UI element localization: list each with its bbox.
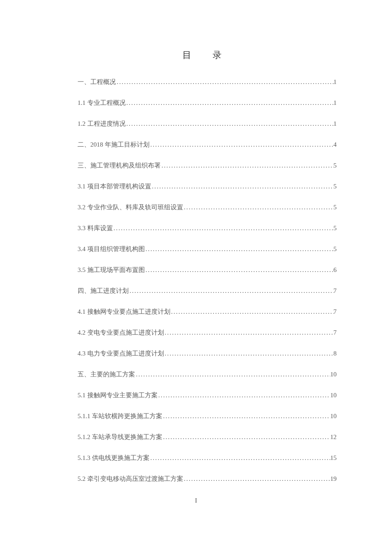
toc-entry[interactable]: 二、2018 年施工目标计划 .........................…	[78, 141, 337, 149]
toc-entry-label: 5.1.3 供电线更换施工方案	[78, 454, 150, 462]
toc-entry-leader: ........................................…	[135, 371, 330, 378]
toc-entry-leader: ........................................…	[162, 434, 330, 441]
toc-entry[interactable]: 4.1 接触网专业要点施工进度计划 ......................…	[78, 308, 337, 316]
toc-entry[interactable]: 3.4 项目组织管理机构图 ..........................…	[78, 245, 337, 253]
toc-entry-label: 三、施工管理机构及组织布署	[78, 162, 161, 170]
toc-entry[interactable]: 5.1.1 车站软横跨更换施工方案 ......................…	[78, 412, 337, 420]
toc-entry-leader: ........................................…	[183, 204, 334, 211]
toc-entry-label: 4.2 变电专业要点施工进度计划	[78, 329, 164, 337]
toc-entry-leader: ........................................…	[162, 413, 330, 420]
toc-entry-page: 10	[330, 392, 337, 399]
toc-entry[interactable]: 5.1.2 车站承导线更换施工方案 ......................…	[78, 433, 337, 441]
toc-entry[interactable]: 3.1 项目本部管理机构设置 .........................…	[78, 182, 337, 191]
toc-entry-leader: ........................................…	[151, 183, 334, 190]
toc-entry-leader: ........................................…	[129, 287, 334, 295]
toc-entry-label: 五、主要的施工方案	[78, 370, 135, 379]
toc-entry-leader: ........................................…	[145, 246, 334, 253]
toc-entry-label: 二、2018 年施工目标计划	[78, 141, 150, 149]
toc-entry-label: 一、工程概况	[78, 78, 116, 86]
toc-entry-page: 7	[334, 308, 337, 315]
toc-entry-leader: ........................................…	[170, 308, 334, 315]
toc-list: 一、工程概况 .................................…	[78, 78, 337, 483]
toc-entry[interactable]: 五、主要的施工方案 ..............................…	[78, 370, 337, 379]
toc-entry-leader: ........................................…	[150, 454, 330, 462]
toc-entry[interactable]: 1.2 工程进度情况 .............................…	[78, 120, 337, 128]
toc-entry-page: 5	[334, 183, 337, 190]
toc-entry-leader: ........................................…	[126, 120, 334, 127]
toc-entry-label: 1.1 专业工程概况	[78, 99, 126, 107]
toc-entry-leader: ........................................…	[113, 225, 334, 232]
toc-entry-page: 4	[334, 141, 337, 148]
toc-entry-leader: ........................................…	[116, 78, 334, 86]
toc-entry[interactable]: 三、施工管理机构及组织布署 ..........................…	[78, 162, 337, 170]
toc-entry[interactable]: 5.2 牵引变电移动高压室过渡施工方案 ....................…	[78, 475, 337, 483]
toc-entry-label: 5.1.1 车站软横跨更换施工方案	[78, 412, 162, 420]
toc-entry-page: 8	[334, 350, 337, 357]
toc-entry-page: 5	[334, 162, 337, 169]
toc-entry-page: 19	[330, 475, 337, 483]
toc-entry-label: 3.1 项目本部管理机构设置	[78, 182, 151, 191]
toc-entry-page: 5	[334, 204, 337, 211]
toc-entry-page: 5	[334, 225, 337, 232]
toc-title: 目录	[78, 49, 337, 61]
toc-entry-page: 10	[330, 413, 337, 420]
toc-entry[interactable]: 5.1.3 供电线更换施工方案 ........................…	[78, 454, 337, 462]
toc-entry[interactable]: 3.3 料库设置 ...............................…	[78, 224, 337, 232]
toc-entry-leader: ........................................…	[161, 162, 334, 169]
toc-entry-page: 7	[334, 287, 337, 295]
toc-entry[interactable]: 1.1 专业工程概况 .............................…	[78, 99, 337, 107]
toc-entry-page: 10	[330, 371, 337, 378]
toc-entry-page: 12	[330, 434, 337, 441]
page-number: I	[195, 497, 197, 504]
toc-entry-label: 3.4 项目组织管理机构图	[78, 245, 145, 253]
toc-entry-label: 1.2 工程进度情况	[78, 120, 126, 128]
toc-entry-label: 3.3 料库设置	[78, 224, 113, 232]
toc-entry[interactable]: 4.2 变电专业要点施工进度计划 .......................…	[78, 329, 337, 337]
toc-entry-page: 15	[330, 454, 337, 462]
toc-entry-label: 5.1.2 车站承导线更换施工方案	[78, 433, 162, 441]
toc-entry-label: 5.2 牵引变电移动高压室过渡施工方案	[78, 475, 183, 483]
toc-entry[interactable]: 一、工程概况 .................................…	[78, 78, 337, 86]
toc-entry[interactable]: 5.1 接触网专业主要施工方案 ........................…	[78, 391, 337, 399]
toc-entry-label: 4.3 电力专业要点施工进度计划	[78, 350, 164, 358]
toc-entry-label: 5.1 接触网专业主要施工方案	[78, 391, 158, 399]
toc-entry-leader: ........................................…	[183, 475, 331, 483]
toc-entry-leader: ........................................…	[150, 141, 334, 148]
toc-entry-leader: ........................................…	[164, 350, 334, 357]
toc-entry-page: 1	[334, 78, 337, 86]
toc-entry-leader: ........................................…	[145, 266, 334, 274]
toc-entry-page: 5	[334, 246, 337, 253]
toc-entry[interactable]: 4.3 电力专业要点施工进度计划 .......................…	[78, 350, 337, 358]
toc-entry-page: 1	[334, 120, 337, 127]
document-page: 目录 一、工程概况 ..............................…	[0, 0, 392, 483]
toc-entry-leader: ........................................…	[126, 99, 334, 107]
toc-entry-page: 7	[334, 329, 337, 336]
toc-entry-page: 1	[334, 99, 337, 107]
toc-entry-label: 3.5 施工现场平面布置图	[78, 266, 145, 274]
toc-entry[interactable]: 四、施工进度计划 ...............................…	[78, 287, 337, 295]
toc-entry-leader: ........................................…	[164, 329, 334, 336]
toc-entry-label: 3.2 专业作业队、料库及轨司班组设置	[78, 203, 183, 211]
toc-entry-label: 4.1 接触网专业要点施工进度计划	[78, 308, 170, 316]
toc-entry[interactable]: 3.2 专业作业队、料库及轨司班组设置 ....................…	[78, 203, 337, 211]
toc-entry[interactable]: 3.5 施工现场平面布置图 ..........................…	[78, 266, 337, 274]
toc-entry-label: 四、施工进度计划	[78, 287, 129, 295]
toc-entry-leader: ........................................…	[158, 392, 331, 399]
toc-entry-page: 6	[334, 266, 337, 274]
